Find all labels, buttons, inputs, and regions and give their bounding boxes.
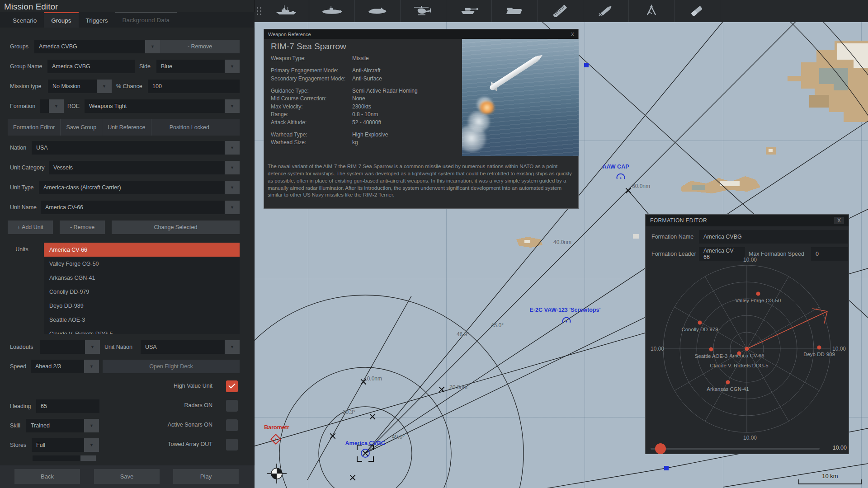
unit-list-item[interactable]: Valley Forge CG-50 [44,257,240,271]
formation-editor-button[interactable]: Formation Editor [8,119,61,136]
unit-reference-button[interactable]: Unit Reference [102,119,151,136]
roe-select[interactable]: Weapons Tight [85,99,225,113]
add-unit-button[interactable]: + Add Unit [8,221,53,234]
side-select[interactable]: Blue [156,60,225,73]
chance-input[interactable]: 100 [148,80,240,93]
compass-tool-button[interactable] [629,0,675,22]
loadouts-select[interactable] [40,340,85,354]
speed-dropdown-button[interactable]: ▼ [84,360,99,373]
formation-ship-dot[interactable] [817,346,821,350]
waypoint-x-marker[interactable] [369,413,376,420]
unit-category-select[interactable]: Vessels [49,161,225,174]
back-button[interactable]: Back [14,469,80,484]
speed-select[interactable]: Ahead 2/3 [31,360,84,373]
unit-square-marker[interactable] [584,63,589,67]
unit-square-marker[interactable] [664,466,669,470]
stores-dropdown-button[interactable]: ▼ [84,438,99,452]
formation-ship-dot[interactable] [745,347,749,351]
groups-select[interactable]: America CVBG [34,40,145,53]
america-cvbg-unit-marker[interactable] [357,445,374,462]
close-icon[interactable]: X [834,217,844,224]
play-button[interactable]: Play [173,469,239,484]
waypoint-x-marker[interactable] [360,379,367,385]
tank-tool-button[interactable] [446,0,492,22]
spec-label: Weapon Type: [271,55,352,61]
formation-select[interactable] [40,99,49,113]
unit-name-dropdown-button[interactable]: ▼ [225,201,240,214]
save-group-button[interactable]: Save Group [61,119,102,136]
unit-list-item[interactable]: Conolly DD-979 [44,285,240,299]
pencil-tool-button[interactable] [583,0,629,22]
unit-category-row: Unit Category Vessels ▼ [0,161,255,174]
unit-nation-dropdown-button[interactable]: ▼ [225,340,240,354]
stores-select[interactable]: Full [32,438,84,452]
change-selected-button[interactable]: Change Selected [112,221,240,234]
formation-editor-titlebar[interactable]: FORMATION EDITOR X [646,215,849,226]
eraser-tool-button[interactable] [675,0,720,22]
unit-list-item[interactable]: Deyo DD-989 [44,299,240,313]
formation-name-input[interactable]: America CVBG [699,230,848,244]
formation-ship-dot[interactable] [698,321,702,325]
barometr-diamond-marker[interactable] [270,434,281,445]
waypoint-x-marker[interactable] [439,386,445,393]
fix-quartered-circle-marker[interactable] [266,463,287,484]
tab-background-data[interactable]: Background Data [115,12,177,28]
ruler-tool-button[interactable] [538,0,583,22]
tab-groups[interactable]: Groups [44,12,78,28]
unit-list-item[interactable]: Arkansas CGN-41 [44,271,240,285]
remove-group-button[interactable]: - Remove [160,40,240,53]
unit-list-item[interactable]: Seattle AOE-3 [44,313,240,327]
close-icon[interactable]: X [571,32,574,37]
formation-dropdown-button[interactable]: ▼ [49,99,64,113]
unit-list-item[interactable]: America CV-66 [44,243,240,257]
tab-triggers[interactable]: Triggers [79,12,115,28]
helicopter-tool-button[interactable] [401,0,446,22]
formation-leader-input[interactable]: America CV-66 [699,247,745,261]
nation-select[interactable]: USA [32,141,225,155]
cap-station-icon[interactable] [615,173,626,181]
side-dropdown-button[interactable]: ▼ [225,60,240,73]
loadouts-dropdown-button[interactable]: ▼ [85,340,100,354]
formation-ship-dot[interactable] [756,292,760,296]
spec-value: 2300kts [352,103,371,110]
cap-station-icon[interactable] [561,316,572,324]
tab-scenario[interactable]: Scenario [5,12,44,28]
unit-nation-select[interactable]: USA [141,340,225,354]
max-formation-speed-input[interactable]: 0 [811,247,848,261]
save-button[interactable]: Save [94,469,160,484]
formation-ship-dot[interactable] [737,352,741,356]
aircraft-tool-button[interactable] [355,0,401,22]
open-flight-deck-button[interactable]: Open Flight Deck [103,360,240,373]
position-locked-toggle[interactable]: Position Locked [164,119,215,136]
unit-category-dropdown-button[interactable]: ▼ [225,161,240,174]
unit-name-select[interactable]: America CV-66 [41,201,225,214]
waypoint-x-marker[interactable] [625,188,632,194]
formation-scale-slider-track[interactable] [651,448,820,450]
mission-type-dropdown-button[interactable]: ▼ [97,80,112,93]
unit-list-item[interactable]: Claude V. Rickets DDG-5 [44,327,240,334]
submarine-tool-button[interactable] [309,0,355,22]
unit-type-dropdown-button[interactable]: ▼ [225,181,240,194]
toolbar-grip-handle[interactable] [255,0,264,22]
folder-tool-button[interactable] [492,0,538,22]
skill-select[interactable]: Trained [26,419,84,432]
weapon-reference-titlebar[interactable]: Weapon Reference X [264,29,578,39]
group-name-input[interactable]: America CVBG [47,60,135,73]
waypoint-x-marker[interactable] [349,474,356,481]
mission-type-select[interactable]: No Mission [48,80,97,93]
high-value-unit-checkbox[interactable] [226,380,238,392]
formation-ship-dot[interactable] [709,347,713,352]
warship-tool-button[interactable] [264,0,309,22]
pencil-icon [595,5,617,17]
heading-input[interactable]: 65 [36,399,99,413]
skill-dropdown-button[interactable]: ▼ [84,419,99,432]
remove-unit-button[interactable]: - Remove [60,221,105,234]
formation-scale-slider-knob[interactable] [655,443,666,454]
waypoint-x-marker[interactable] [330,433,336,439]
roe-dropdown-button[interactable]: ▼ [225,99,240,113]
nation-dropdown-button[interactable]: ▼ [225,141,240,155]
groups-dropdown-button[interactable]: ▼ [145,40,160,53]
formation-row: Formation ▼ ROE Weapons Tight ▼ [0,99,255,113]
formation-ship-dot[interactable] [726,380,730,385]
unit-type-select[interactable]: America-class (Aircraft Carrier) [39,181,225,194]
